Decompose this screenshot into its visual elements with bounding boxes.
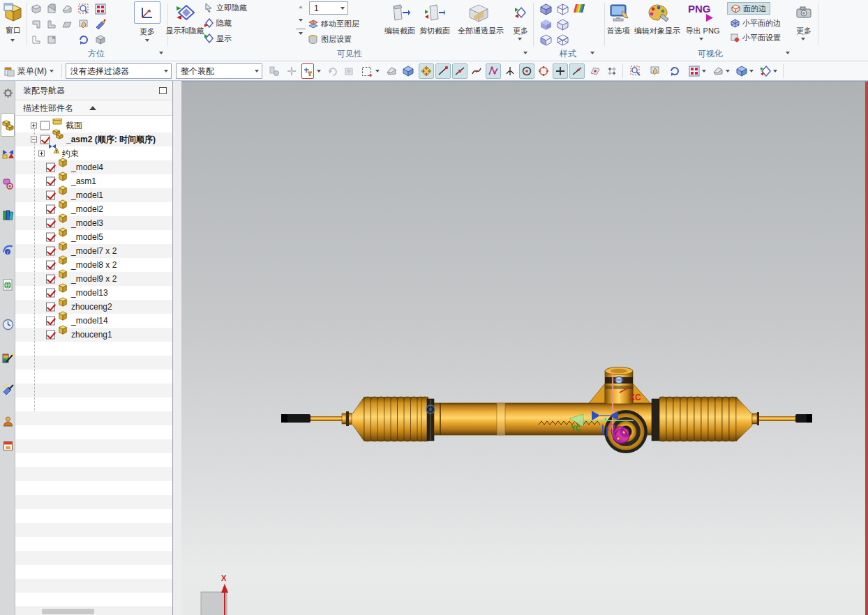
navigator-column-header[interactable]: 描述性部件名 <box>15 100 172 116</box>
control-point-snap-toggle[interactable] <box>469 63 484 79</box>
right-view-button[interactable] <box>45 33 59 47</box>
selection-filter-toggle[interactable] <box>301 63 314 79</box>
resource-settings-button[interactable] <box>1 85 15 100</box>
orient-view-toolbar-button[interactable] <box>734 63 749 79</box>
tree-item-component[interactable]: zhouceng1 <box>15 328 172 342</box>
clip-section-button[interactable] <box>423 2 447 24</box>
point-on-curve-snap-toggle[interactable] <box>569 63 585 79</box>
checkbox[interactable] <box>46 219 55 228</box>
panel-splitter[interactable] <box>173 81 181 615</box>
perspective-button[interactable] <box>93 17 107 31</box>
wireframe-style-button[interactable] <box>555 2 569 16</box>
orientation-more-arrow[interactable] <box>145 39 149 42</box>
right-bellows[interactable] <box>652 397 752 441</box>
checkbox[interactable] <box>40 135 50 144</box>
midpoint-snap-toggle[interactable] <box>452 63 467 79</box>
expander-icon[interactable] <box>31 137 37 143</box>
checkbox[interactable] <box>40 121 50 130</box>
pinion-tower[interactable] <box>589 367 650 404</box>
checkbox[interactable] <box>46 303 55 312</box>
export-png-arrow[interactable] <box>699 38 703 40</box>
hide-button[interactable]: 隐藏 <box>204 17 232 29</box>
point-on-face-snap-toggle[interactable] <box>588 63 603 79</box>
interpart-select-button[interactable] <box>401 63 416 79</box>
navigator-hscroll-thumb[interactable] <box>42 609 94 614</box>
menu-button[interactable]: 菜单(M) <box>4 65 54 77</box>
show-hide-toolbar-button[interactable] <box>758 63 773 79</box>
tree-item-component[interactable]: _model2 <box>15 202 172 216</box>
tree-item-constraints[interactable]: 约束 <box>15 146 172 160</box>
checkbox[interactable] <box>46 275 55 284</box>
trimetric-view-button[interactable] <box>29 2 43 16</box>
snap-point-toggle[interactable] <box>419 63 434 79</box>
facet-settings-button[interactable]: 小平面设置 <box>727 31 784 44</box>
visualization-more-label[interactable]: 更多 <box>791 26 816 36</box>
left-bellows[interactable] <box>352 397 434 441</box>
marquee-arrow[interactable] <box>375 70 380 73</box>
hidden-edges-style-button[interactable] <box>555 17 569 31</box>
clip-section-label[interactable]: 剪切截面 <box>416 26 454 36</box>
zoom-button[interactable] <box>628 63 643 79</box>
wcs-axis[interactable]: X <box>201 574 228 615</box>
navigator-float-button[interactable] <box>159 87 167 94</box>
steering-rack-model[interactable]: XC YC X <box>181 82 868 615</box>
selection-filter-combo[interactable]: 没有选择过滤器 <box>66 63 172 79</box>
checkbox[interactable] <box>46 317 55 326</box>
export-png-button[interactable]: PNG <box>688 3 719 24</box>
show-hide-arrow[interactable] <box>773 70 777 73</box>
expander-icon[interactable] <box>38 151 45 157</box>
visualization-more-arrow[interactable] <box>801 38 805 40</box>
edit-section-button[interactable] <box>388 2 412 24</box>
window-button[interactable] <box>1 1 25 24</box>
existing-point-snap-toggle[interactable] <box>553 63 568 79</box>
window-dropdown-arrow[interactable] <box>10 39 15 42</box>
zoom-area-button[interactable] <box>77 2 91 16</box>
intersection-snap-toggle[interactable] <box>502 63 518 79</box>
gallery-scroll-up[interactable] <box>296 2 306 11</box>
right-tie-rod[interactable] <box>752 412 812 425</box>
tree-item-component[interactable]: _model9 x 2 <box>15 272 172 286</box>
undo-selection-button[interactable] <box>325 63 341 79</box>
immediate-hide-button[interactable]: 立即隐藏 <box>204 2 247 13</box>
pole-snap-toggle[interactable] <box>486 63 501 79</box>
web-browser-tab[interactable] <box>1 277 15 292</box>
left-tie-rod[interactable] <box>281 411 352 426</box>
checkbox[interactable] <box>46 233 55 242</box>
layer-settings-button[interactable]: 图层设置 <box>308 33 352 45</box>
assembly-navigator-tab[interactable] <box>1 113 15 137</box>
top-view-button[interactable] <box>45 2 59 16</box>
expander-icon[interactable] <box>31 123 37 129</box>
system-scene-tab[interactable] <box>1 438 15 453</box>
checkbox[interactable] <box>46 191 55 200</box>
shaded-edges-style-button[interactable] <box>539 2 553 16</box>
visibility-more-label[interactable]: 更多 <box>508 26 533 36</box>
show-button[interactable]: 显示 <box>204 33 232 44</box>
graphics-viewport[interactable]: XC YC X <box>181 81 868 615</box>
rotate-button[interactable] <box>667 63 682 79</box>
corner-view-button[interactable] <box>29 17 43 31</box>
checkbox[interactable] <box>46 261 55 270</box>
static-wireframe-style-button[interactable] <box>555 33 569 47</box>
orientation-more-label[interactable]: 更多 <box>134 26 160 37</box>
orient-view-arrow[interactable] <box>749 70 754 73</box>
bottom-view-button[interactable] <box>29 33 43 47</box>
checkbox[interactable] <box>46 289 55 298</box>
tree-item-component[interactable]: _model4 <box>15 160 172 174</box>
fit-window-button[interactable] <box>93 2 107 16</box>
orient-view-button[interactable] <box>134 1 160 24</box>
checkbox[interactable] <box>46 163 55 172</box>
visualization-group-dropdown[interactable] <box>786 52 790 54</box>
art-appearance-button[interactable] <box>572 2 586 15</box>
process-studio-tab[interactable] <box>1 350 15 365</box>
export-png-label[interactable]: 导出 PNG <box>682 26 723 36</box>
tree-item-component[interactable]: _model5 <box>15 230 172 244</box>
marquee-select-button[interactable] <box>360 63 373 79</box>
highlight-assembly-button[interactable] <box>384 63 399 79</box>
left-view-button[interactable] <box>45 17 59 31</box>
select-assembly-button[interactable] <box>267 63 282 79</box>
move-to-layer-button[interactable]: 移动至图层 <box>308 17 359 30</box>
visibility-group-dropdown[interactable] <box>523 52 527 54</box>
pan-view-button[interactable] <box>77 17 91 31</box>
tree-item-component[interactable]: _model14 <box>15 314 172 328</box>
face-edges-button[interactable]: 面的边 <box>727 2 770 15</box>
